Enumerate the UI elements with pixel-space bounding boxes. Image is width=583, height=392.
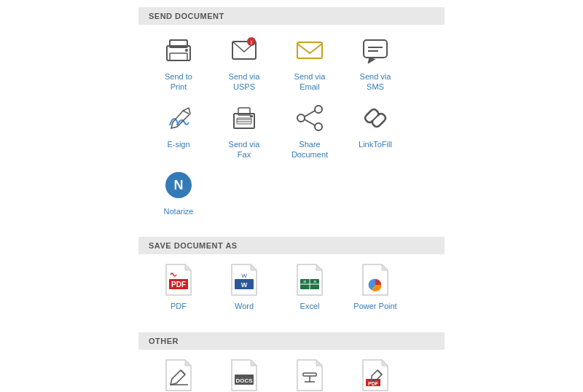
notarize-icon: N bbox=[160, 167, 197, 203]
send-via-fax-label: Send viaFax bbox=[229, 139, 260, 160]
svg-rect-8 bbox=[364, 40, 387, 58]
save-pdf-button[interactable]: PDF PDF bbox=[146, 262, 211, 311]
save-document-header: SAVE DOCUMENT AS bbox=[138, 237, 445, 254]
send-via-email-label: Send viaEmail bbox=[294, 71, 326, 93]
svg-text:≡: ≡ bbox=[303, 279, 306, 284]
excel-icon: ≡ ≡ bbox=[292, 262, 328, 298]
svg-line-21 bbox=[305, 111, 315, 117]
sms-icon bbox=[357, 32, 394, 68]
edit-icon bbox=[160, 357, 197, 392]
svg-point-3 bbox=[185, 49, 188, 52]
save-excel-button[interactable]: ≡ ≡ Excel bbox=[277, 262, 343, 311]
svg-rect-7 bbox=[297, 42, 322, 58]
send-document-section: SEND DOCUMENT Send toPrint bbox=[138, 7, 445, 231]
svg-rect-14 bbox=[237, 118, 251, 124]
svg-line-23 bbox=[371, 114, 380, 122]
send-via-sms-button[interactable]: Send viaSMS bbox=[343, 32, 408, 93]
send-to-print-label: Send toPrint bbox=[165, 71, 192, 93]
share-icon bbox=[292, 100, 328, 136]
share-document-label: ShareDocument bbox=[292, 139, 328, 160]
svg-text:W: W bbox=[241, 273, 247, 279]
svg-point-18 bbox=[315, 106, 322, 113]
send-to-print-button[interactable]: Send toPrint bbox=[146, 32, 211, 93]
svg-point-20 bbox=[297, 114, 305, 122]
link-to-fill-button[interactable]: LinkToFill bbox=[343, 100, 408, 160]
save-powerpoint-button[interactable]: Power Point bbox=[343, 262, 408, 311]
send-document-grid: Send toPrint ! Send viaUSPS bbox=[138, 32, 445, 231]
template-icon bbox=[292, 357, 328, 392]
convert-to-template-button[interactable]: Convert toTemplate bbox=[277, 357, 343, 392]
save-word-label: Word bbox=[235, 301, 254, 311]
save-pdf-label: PDF bbox=[171, 301, 187, 311]
fax-icon bbox=[226, 100, 262, 136]
save-document-section: SAVE DOCUMENT AS PDF PDF bbox=[138, 237, 445, 326]
send-via-sms-label: Send viaSMS bbox=[360, 71, 391, 93]
svg-line-11 bbox=[183, 111, 189, 114]
svg-line-22 bbox=[305, 119, 315, 125]
esign-icon bbox=[160, 100, 197, 136]
powerpoint-icon bbox=[357, 262, 394, 298]
svg-rect-2 bbox=[170, 53, 187, 60]
print-icon bbox=[160, 32, 197, 68]
e-sign-button[interactable]: E-sign bbox=[146, 100, 211, 160]
other-grid: Back to Edit DOCS Go toMyDocs bbox=[138, 357, 445, 392]
rewrite-pdf-button[interactable]: PDF RewritePDF bbox=[343, 357, 408, 392]
word-icon: W W bbox=[226, 262, 262, 298]
e-sign-label: E-sign bbox=[167, 139, 189, 149]
main-container: SEND DOCUMENT Send toPrint bbox=[138, 7, 445, 392]
usps-icon: ! bbox=[226, 32, 262, 68]
share-document-button[interactable]: ShareDocument bbox=[277, 100, 343, 160]
save-word-button[interactable]: W W Word bbox=[211, 262, 277, 311]
rewritepdf-icon: PDF bbox=[357, 357, 394, 392]
svg-text:W: W bbox=[241, 281, 248, 289]
save-document-grid: PDF PDF W W Word bbox=[138, 262, 445, 326]
link-to-fill-label: LinkToFill bbox=[359, 139, 392, 149]
other-header: OTHER bbox=[138, 332, 445, 350]
svg-text:DOCS: DOCS bbox=[235, 377, 253, 384]
svg-text:N: N bbox=[174, 178, 184, 192]
send-via-usps-label: Send viaUSPS bbox=[229, 71, 260, 93]
send-via-fax-button[interactable]: Send viaFax bbox=[211, 100, 277, 160]
send-via-email-button[interactable]: Send viaEmail bbox=[277, 32, 343, 93]
send-via-usps-button[interactable]: ! Send viaUSPS bbox=[211, 32, 277, 93]
send-document-header: SEND DOCUMENT bbox=[138, 7, 445, 25]
link-icon bbox=[357, 100, 394, 136]
save-powerpoint-label: Power Point bbox=[353, 301, 396, 311]
notarize-button[interactable]: N Notarize bbox=[146, 167, 211, 216]
mydocs-icon: DOCS bbox=[226, 357, 262, 392]
save-excel-label: Excel bbox=[300, 301, 320, 311]
back-to-edit-button[interactable]: Back to Edit bbox=[146, 357, 211, 392]
go-to-mydocs-button[interactable]: DOCS Go toMyDocs bbox=[211, 357, 277, 392]
svg-text:PDF: PDF bbox=[171, 281, 186, 289]
other-section: OTHER Back to Edit bbox=[138, 332, 445, 392]
svg-rect-15 bbox=[250, 115, 253, 117]
svg-text:≡: ≡ bbox=[313, 279, 316, 284]
email-icon bbox=[292, 32, 328, 68]
notarize-label: Notarize bbox=[164, 206, 194, 216]
pdf-icon: PDF bbox=[160, 262, 197, 298]
svg-point-19 bbox=[315, 123, 322, 130]
svg-text:PDF: PDF bbox=[368, 381, 379, 386]
